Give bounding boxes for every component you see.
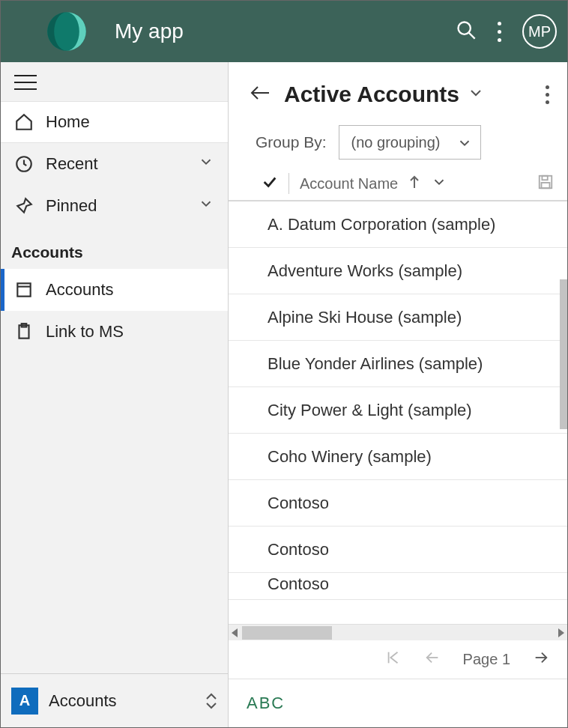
hamburger-icon[interactable] [1,62,228,101]
chevron-updown-icon [205,693,217,709]
back-button[interactable] [250,84,271,105]
list-row[interactable]: Blue Yonder Airlines (sample) [229,341,567,387]
cell-account-name: Alpine Ski House (sample) [268,308,462,327]
list-row[interactable]: Adventure Works (sample) [229,248,567,294]
svg-rect-7 [17,283,30,296]
list-row[interactable]: A. Datum Corporation (sample) [229,201,567,248]
sidebar-item-label: Accounts [46,280,114,300]
alpha-index[interactable]: ABC [229,679,567,727]
sidebar-item-link-to-ms[interactable]: Link to MS [1,311,228,353]
home-icon [14,112,34,132]
horizontal-scrollbar[interactable] [229,624,567,640]
groupby-select[interactable]: (no grouping) [339,125,481,160]
app-header: My app MP [1,1,567,62]
svg-line-2 [469,33,475,39]
main-content: Active Accounts Group By: (no grouping) … [229,62,567,727]
accounts-icon [14,280,34,300]
list-row[interactable]: Contoso [229,480,567,527]
sidebar-item-label: Home [46,112,90,132]
app-title: My app [115,19,184,43]
cell-account-name: A. Datum Corporation (sample) [268,215,495,234]
area-tile: A [11,688,38,715]
chevron-down-icon [467,82,485,107]
list-row[interactable]: City Power & Light (sample) [229,387,567,434]
cell-account-name: Blue Yonder Airlines (sample) [268,354,483,374]
groupby-value: (no grouping) [351,134,441,151]
first-page-button[interactable] [385,649,402,670]
chevron-down-icon [198,195,214,216]
pin-icon [14,196,34,216]
search-icon[interactable] [456,19,477,43]
scroll-right-icon[interactable] [558,628,564,637]
select-all-checkbox[interactable] [262,174,278,194]
list-row[interactable]: Alpine Ski House (sample) [229,294,567,341]
sidebar-item-pinned[interactable]: Pinned [1,185,228,227]
clipboard-icon [14,322,34,342]
cell-account-name: City Power & Light (sample) [268,401,472,420]
sidebar-item-label: Link to MS [46,322,124,342]
vertical-scrollbar-thumb[interactable] [560,279,567,429]
cell-account-name: Contoso [268,574,329,594]
divider [288,173,289,194]
records-list: A. Datum Corporation (sample) Adventure … [229,201,567,624]
sidebar-item-label: Recent [46,154,98,174]
cell-account-name: Contoso [268,494,329,513]
page-label: Page 1 [463,651,510,668]
cell-account-name: Contoso [268,540,329,559]
alpha-index-label: ABC [247,694,285,713]
sidebar-item-label: Pinned [46,196,97,216]
sidebar-item-home[interactable]: Home [1,101,228,143]
view-title[interactable]: Active Accounts [284,82,485,107]
cell-account-name: Coho Winery (sample) [268,447,432,467]
list-row[interactable]: Contoso [229,573,567,600]
area-switcher[interactable]: A Accounts [1,673,228,727]
list-row[interactable]: Coho Winery (sample) [229,434,567,480]
column-header-row: Account Name [229,167,567,201]
svg-rect-14 [542,182,550,187]
column-header-account-name[interactable]: Account Name [300,175,398,192]
clock-icon [14,154,34,174]
pager: Page 1 [229,640,567,679]
sidebar-section-label: Accounts [1,227,228,269]
chevron-down-icon [198,154,214,175]
svg-point-1 [459,22,471,34]
list-row[interactable]: Contoso [229,527,567,573]
prev-page-button[interactable] [424,649,441,670]
sidebar-item-accounts[interactable]: Accounts [1,269,228,311]
chevron-down-icon [456,135,473,155]
sidebar-item-recent[interactable]: Recent [1,143,228,185]
area-name: Accounts [49,691,117,711]
view-title-text: Active Accounts [284,82,459,107]
svg-rect-13 [542,175,547,180]
view-more-icon[interactable] [546,85,554,104]
more-menu-icon[interactable] [498,22,501,42]
cell-account-name: Adventure Works (sample) [268,261,462,281]
sort-ascending-icon [408,175,420,192]
next-page-button[interactable] [533,649,549,670]
save-icon[interactable] [537,174,554,194]
groupby-label: Group By: [256,133,327,151]
user-avatar[interactable]: MP [522,14,557,49]
chevron-down-icon[interactable] [431,174,447,194]
scrollbar-thumb[interactable] [242,626,332,640]
app-logo [46,10,88,52]
scroll-left-icon[interactable] [232,628,238,637]
sidebar: Home Recent Pinned Accounts A [1,62,229,727]
